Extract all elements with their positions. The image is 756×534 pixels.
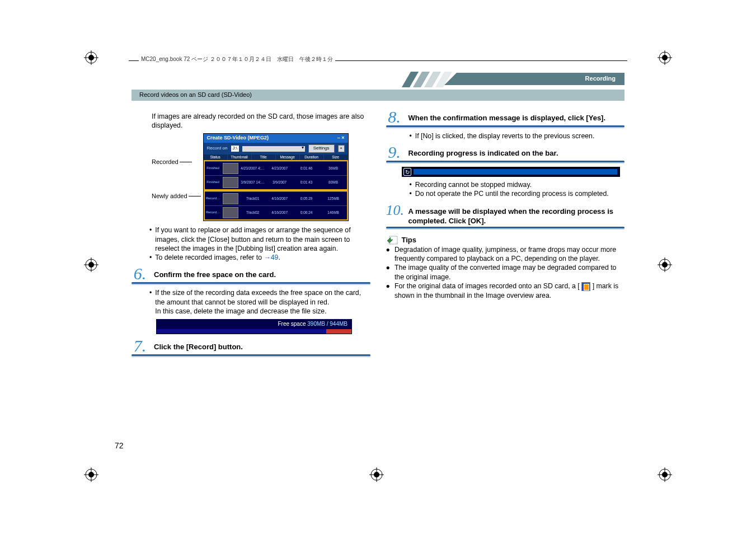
header-filename: MC20_eng.book 72 ページ ２００７年１０月２４日 水曜日 午後２…: [139, 55, 335, 63]
drive-letter: J:\: [231, 146, 239, 152]
reg-mark-icon: [658, 467, 672, 484]
section-name: Recording: [585, 75, 616, 82]
progress-bar: ↻: [402, 167, 620, 177]
tip-2: The image quality of the converted image…: [395, 263, 624, 281]
step-divider: [386, 161, 625, 162]
reg-mark-icon: [84, 467, 98, 484]
bullet-delete: To delete recorded images, refer to →49.: [155, 253, 280, 262]
screenshot: Create SD-Video (MPEG2) – × Record on J:…: [203, 133, 349, 221]
sd-mark-icon: [581, 282, 590, 291]
tips-heading: Tips: [402, 235, 417, 245]
col-size: Size: [324, 154, 348, 161]
tips-icon: [386, 235, 398, 245]
reg-mark-icon: [658, 50, 672, 67]
step9-b1: Recording cannot be stopped midway.: [415, 180, 532, 189]
step-10-number: 10.: [386, 203, 403, 218]
thumb-icon: [223, 177, 238, 188]
step6-body: If the size of the recording data exceed…: [155, 288, 370, 316]
col-msg: Message: [276, 154, 300, 161]
step-6-title: Confirm the free space on the card.: [154, 266, 276, 279]
step-9-number: 9.: [386, 145, 403, 160]
step9-b2: Do not operate the PC until the recordin…: [415, 189, 609, 198]
free-space-label: Free space: [278, 321, 306, 327]
col-dur: Duration: [300, 154, 324, 161]
step-7-title: Click the [Record] button.: [154, 339, 243, 352]
dialog-title: Create SD-Video (MPEG2): [207, 135, 269, 142]
close-icon: – ×: [337, 135, 345, 142]
table-row: Record… Track01 4/16/2007 0:05:29 125MB: [205, 191, 347, 205]
reg-mark-icon: [369, 467, 384, 484]
thumb-icon: [223, 207, 238, 218]
section-ribbon: Recording: [412, 73, 624, 86]
table-row: Finished 4/23/2007 4:… 4/23/2007 0:01:46…: [205, 161, 347, 175]
drive-dropdown[interactable]: [242, 146, 305, 152]
step-8-title: When the confirmation message is display…: [408, 110, 606, 123]
bullet-replace: If you want to replace or add images or …: [155, 226, 370, 253]
col-status: Status: [204, 154, 228, 161]
thumb-icon: [223, 193, 238, 204]
step-divider: [386, 227, 625, 228]
refresh-icon: ↻: [403, 168, 411, 176]
chapter-title: Record videos on an SD card (SD-Video): [132, 90, 624, 100]
step-divider: [132, 282, 370, 284]
close-x-button[interactable]: ×: [338, 145, 345, 152]
table-row: Record… Track02 4/16/2007 0:06:24 146MB: [205, 205, 347, 219]
figure-label-recorded: Recorded: [152, 158, 179, 165]
page-number: 72: [115, 441, 124, 450]
col-thumb: Thumbnail: [228, 154, 252, 161]
record-on-label: Record on: [207, 146, 228, 152]
intro-text: If images are already recorded on the SD…: [132, 112, 370, 130]
free-space-value: 390MB / 944MB: [307, 321, 348, 327]
figure-label-new: Newly added: [152, 193, 187, 199]
reg-mark-icon: [658, 257, 672, 274]
step-9-title: Recording progress is indicated on the b…: [408, 145, 558, 158]
step-7-number: 7.: [132, 339, 148, 353]
step-divider: [132, 354, 370, 356]
tip-3: For the original data of images recorded…: [395, 282, 624, 300]
col-title: Title: [252, 154, 276, 161]
settings-button[interactable]: Settings: [308, 144, 335, 153]
thumb-icon: [223, 163, 238, 174]
step-8-number: 8.: [386, 110, 403, 124]
reg-mark-icon: [84, 50, 98, 67]
step-6-number: 6.: [132, 266, 148, 281]
page-link[interactable]: →49: [264, 254, 278, 261]
chapter-bar: Record videos on an SD card (SD-Video): [132, 90, 624, 101]
reg-mark-icon: [84, 257, 98, 274]
table-row: Finished 3/9/2007 14:… 3/9/2007 0:01:43 …: [205, 175, 347, 189]
step-10-title: A message will be displayed when the rec…: [408, 203, 625, 226]
step-divider: [386, 125, 625, 127]
tip-1: Degradation of image quality, jumpiness,…: [395, 245, 624, 263]
step8-body: If [No] is clicked, the display reverts …: [415, 132, 595, 140]
free-space-figure: Free space 390MB / 944MB: [156, 319, 352, 334]
